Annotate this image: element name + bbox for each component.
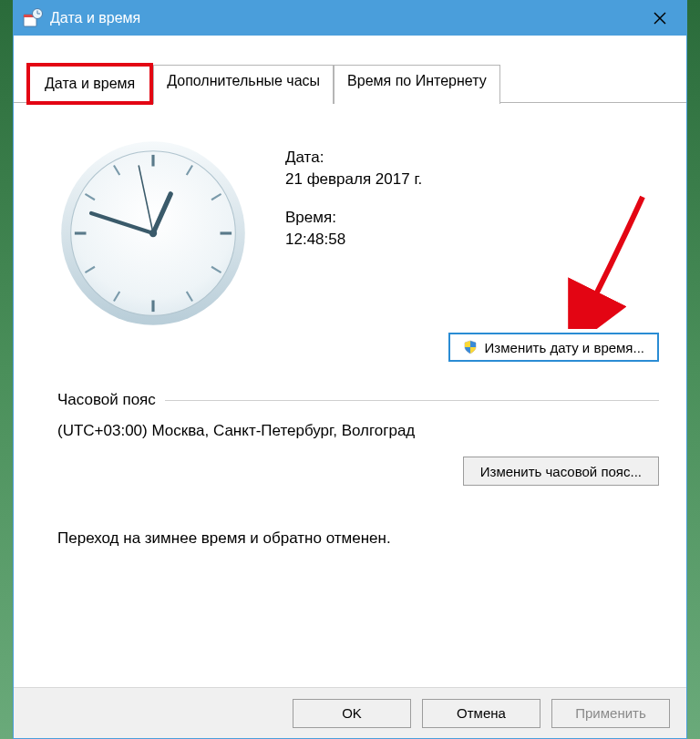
- change-date-time-button[interactable]: Изменить дату и время...: [448, 333, 659, 362]
- close-button[interactable]: [639, 4, 681, 33]
- dialog-footer: OK Отмена Применить: [14, 687, 686, 738]
- timezone-value: (UTC+03:00) Москва, Санкт-Петербург, Вол…: [57, 422, 659, 440]
- apply-button[interactable]: Применить: [551, 699, 670, 728]
- ok-button[interactable]: OK: [293, 699, 411, 728]
- date-time-window: Дата и время Дата и время Дополнительные…: [13, 0, 687, 739]
- cancel-button[interactable]: Отмена: [422, 699, 540, 728]
- date-time-icon: [23, 8, 43, 28]
- window-title: Дата и время: [50, 10, 140, 26]
- change-timezone-button[interactable]: Изменить часовой пояс...: [463, 457, 659, 486]
- timezone-header: Часовой пояс: [57, 391, 165, 409]
- uac-shield-icon: [463, 340, 478, 354]
- analog-clock: [57, 138, 249, 329]
- tab-content: Дата: 21 февраля 2017 г. Время: 12:48:58: [14, 103, 686, 548]
- date-label: Дата:: [285, 149, 659, 167]
- date-value: 21 февраля 2017 г.: [285, 170, 659, 189]
- dst-note: Переход на зимнее время и обратно отмене…: [57, 529, 659, 548]
- time-label: Время:: [285, 209, 659, 227]
- divider: [165, 400, 659, 401]
- tab-strip: Дата и время Дополнительные часы Время п…: [14, 36, 686, 103]
- change-date-time-label: Изменить дату и время...: [485, 340, 644, 355]
- tab-additional-clocks[interactable]: Дополнительные часы: [153, 65, 334, 104]
- tab-date-time[interactable]: Дата и время: [26, 63, 153, 105]
- time-value: 12:48:58: [285, 231, 659, 249]
- svg-point-24: [149, 230, 157, 237]
- titlebar: Дата и время: [14, 1, 686, 36]
- tab-internet-time[interactable]: Время по Интернету: [334, 65, 500, 104]
